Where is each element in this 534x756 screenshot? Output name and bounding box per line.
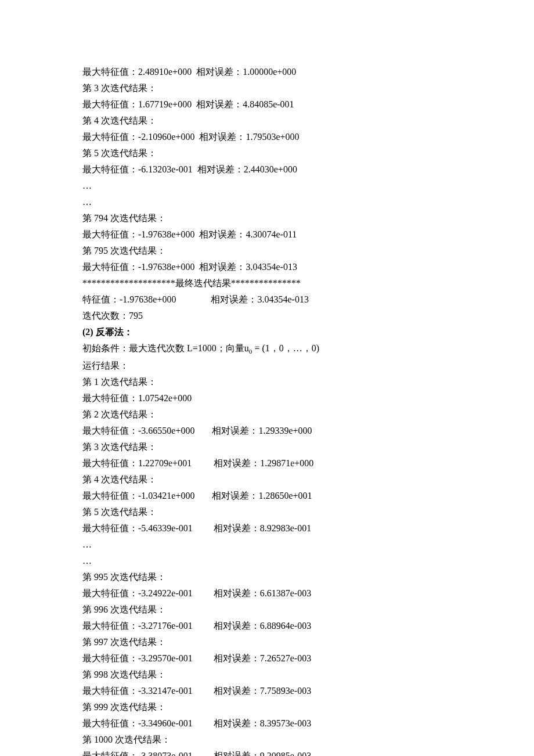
text-line: (2) 反幂法： <box>82 324 453 340</box>
text-line: 第 999 次迭代结果： <box>82 699 453 715</box>
error-text: 相对误差：1.00000e+000 <box>196 67 296 77</box>
error-text: 相对误差：3.04354e-013 <box>211 294 308 304</box>
text-line: 最大特征值：-3.29570e-001相对误差：7.26527e-003 <box>82 650 453 667</box>
line-text: 第 3 次迭代结果： <box>82 83 157 93</box>
text-line: 最大特征值：1.22709e+001相对误差：1.29871e+000 <box>82 455 453 471</box>
line-text: 第 4 次迭代结果： <box>82 474 157 484</box>
eigenvalue-text: 最大特征值：-2.10960e+000 <box>82 132 194 142</box>
line-text: 第 998 次迭代结果： <box>82 669 166 679</box>
line-text: 最大特征值：1.07542e+000 <box>82 393 192 403</box>
text-line: 第 1 次迭代结果： <box>82 374 453 390</box>
error-text: 相对误差：9.20985e-003 <box>214 751 311 756</box>
eigenvalue-text: 最大特征值：-3.38073e-001 <box>82 751 193 756</box>
error-text: 相对误差：6.61387e-003 <box>214 588 311 598</box>
eigenvalue-text: 最大特征值：-3.24922e-001 <box>82 588 193 598</box>
eigenvalue-text: 最大特征值：-1.03421e+000 <box>82 491 194 501</box>
line-text: ********************最终迭代结果**************… <box>82 278 301 288</box>
eigenvalue-text: 最大特征值：-3.32147e-001 <box>82 686 193 696</box>
text-line: … <box>82 194 453 210</box>
document-page: 最大特征值：2.48910e+000相对误差：1.00000e+000第 3 次… <box>0 0 534 756</box>
text-line: 第 3 次迭代结果： <box>82 439 453 455</box>
text-line: 最大特征值：-2.10960e+000相对误差：1.79503e+000 <box>82 129 453 145</box>
line-text: 第 996 次迭代结果： <box>82 604 166 614</box>
text-line: 第 2 次迭代结果： <box>82 406 453 423</box>
line-text: 第 1 次迭代结果： <box>82 377 157 387</box>
line-text: 第 4 次迭代结果： <box>82 116 157 125</box>
error-text: 相对误差：8.92983e-001 <box>214 523 311 533</box>
text-line: 最大特征值：-3.32147e-001相对误差：7.75893e-003 <box>82 683 453 699</box>
line-text: 第 1000 次迭代结果： <box>82 735 171 744</box>
line-text: 第 997 次迭代结果： <box>82 637 166 647</box>
text-line: 迭代次数：795 <box>82 308 453 324</box>
text-line: 第 997 次迭代结果： <box>82 634 453 650</box>
line-text: 第 5 次迭代结果： <box>82 148 157 158</box>
eigenvalue-text: 最大特征值：-5.46339e-001 <box>82 523 193 533</box>
text-line: 最大特征值：-3.38073e-001相对误差：9.20985e-003 <box>82 748 453 756</box>
error-text: 相对误差：7.75893e-003 <box>214 686 311 696</box>
line-text: 第 999 次迭代结果： <box>82 702 166 712</box>
line-text: 第 3 次迭代结果： <box>82 442 157 452</box>
text-line: … <box>82 553 453 569</box>
text-line: 最大特征值：-3.66550e+000相对误差：1.29339e+000 <box>82 423 453 439</box>
error-text: 相对误差：4.30074e-011 <box>199 229 297 239</box>
text-line: 最大特征值：1.07542e+000 <box>82 390 453 406</box>
line-text: 第 5 次迭代结果： <box>82 507 157 517</box>
text-line: 最大特征值：-1.97638e+000相对误差：3.04354e-013 <box>82 259 453 275</box>
vector-var: u <box>244 343 249 353</box>
error-text: 相对误差：3.04354e-013 <box>199 262 297 272</box>
text-line: 最大特征值：-1.03421e+000相对误差：1.28650e+001 <box>82 488 453 504</box>
line-text: 迭代次数：795 <box>82 311 143 321</box>
eigenvalue-text: 最大特征值：-3.34960e-001 <box>82 718 193 728</box>
text-line: 最大特征值：-6.13203e-001相对误差：2.44030e+000 <box>82 161 453 178</box>
text-line: … <box>82 178 453 194</box>
eigenvalue-text: 最大特征值：-1.97638e+000 <box>82 262 194 272</box>
line-text: … <box>82 197 92 207</box>
error-text: 相对误差：6.88964e-003 <box>214 621 311 631</box>
eigenvalue-text: 最大特征值：1.22709e+001 <box>82 458 192 468</box>
eigenvalue-text: 最大特征值：-6.13203e-001 <box>82 164 193 174</box>
text-line: 第 1000 次迭代结果： <box>82 732 453 748</box>
text-line: 最大特征值：-3.24922e-001相对误差：6.61387e-003 <box>82 585 453 602</box>
text-line: 运行结果： <box>82 358 453 374</box>
text-line: 第 3 次迭代结果： <box>82 80 453 96</box>
text-line: 最大特征值：2.48910e+000相对误差：1.00000e+000 <box>82 64 453 80</box>
eigenvalue-text: 最大特征值：2.48910e+000 <box>82 67 192 77</box>
line-text: … <box>82 181 92 190</box>
error-text: 相对误差：7.26527e-003 <box>214 653 311 663</box>
text-line: ********************最终迭代结果**************… <box>82 275 453 291</box>
line-text: 第 995 次迭代结果： <box>82 572 166 582</box>
error-text: 相对误差：1.28650e+001 <box>212 491 312 501</box>
text-line: 特征值：-1.97638e+000相对误差：3.04354e-013 <box>82 291 453 308</box>
text-line: … <box>82 537 453 553</box>
text-line: 第 998 次迭代结果： <box>82 667 453 683</box>
text-line: 最大特征值：-3.27176e-001相对误差：6.88964e-003 <box>82 618 453 634</box>
init-prefix: 初始条件：最大迭代次数 L=1000；向量 <box>82 343 244 353</box>
error-text: 相对误差：4.84085e-001 <box>196 99 294 109</box>
text-line: 最大特征值：1.67719e+000相对误差：4.84085e-001 <box>82 96 453 113</box>
eigenvalue-text: 最大特征值：-1.97638e+000 <box>82 229 194 239</box>
error-text: 相对误差：1.79503e+000 <box>199 132 299 142</box>
line-text: 第 795 次迭代结果： <box>82 246 166 255</box>
text-line: 最大特征值：-1.97638e+000相对误差：4.30074e-011 <box>82 226 453 243</box>
text-line: 最大特征值：-3.34960e-001相对误差：8.39573e-003 <box>82 715 453 732</box>
error-text: 相对误差：1.29339e+000 <box>212 426 312 435</box>
text-line: 第 794 次迭代结果： <box>82 210 453 226</box>
error-text: 相对误差：1.29871e+000 <box>214 458 313 468</box>
text-line: 第 996 次迭代结果： <box>82 602 453 618</box>
eigenvalue-text: 特征值：-1.97638e+000 <box>82 294 176 304</box>
eigenvalue-text: 最大特征值：-3.66550e+000 <box>82 426 194 435</box>
text-line: 第 4 次迭代结果： <box>82 471 453 488</box>
eigenvalue-text: 最大特征值：1.67719e+000 <box>82 99 192 109</box>
init-suffix: = (1，0，…，0) <box>252 343 319 353</box>
line-text: 第 2 次迭代结果： <box>82 409 157 419</box>
section-heading: (2) 反幂法： <box>82 327 133 337</box>
error-text: 相对误差：8.39573e-003 <box>214 718 311 728</box>
text-line: 最大特征值：-5.46339e-001相对误差：8.92983e-001 <box>82 520 453 537</box>
line-text: … <box>82 539 92 549</box>
text-line: 第 795 次迭代结果： <box>82 243 453 259</box>
text-line: 初始条件：最大迭代次数 L=1000；向量u0 = (1，0，…，0) <box>82 340 453 358</box>
eigenvalue-text: 最大特征值：-3.27176e-001 <box>82 621 193 631</box>
eigenvalue-text: 最大特征值：-3.29570e-001 <box>82 653 193 663</box>
text-line: 第 5 次迭代结果： <box>82 504 453 520</box>
text-line: 第 995 次迭代结果： <box>82 569 453 585</box>
